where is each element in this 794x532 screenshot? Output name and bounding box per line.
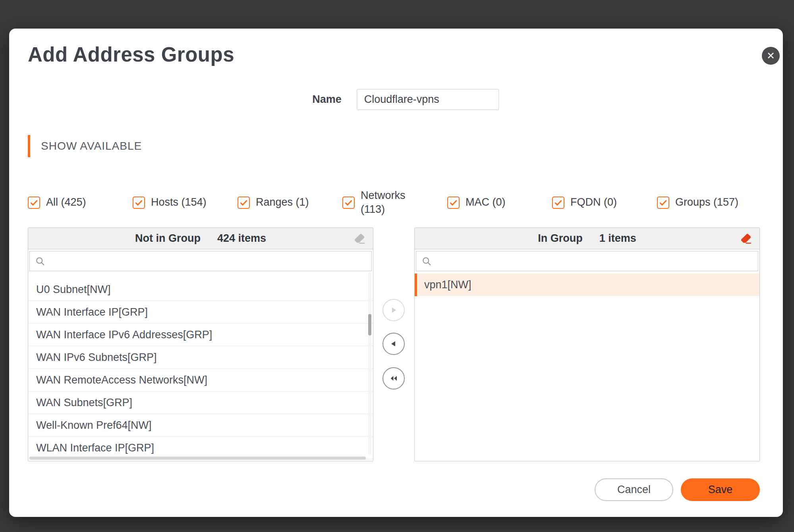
not-in-group-list: U0 Subnet[NW] WAN Interface IP[GRP] WAN … xyxy=(28,278,373,459)
panel-title: In Group xyxy=(538,232,582,245)
show-available-section: SHOW AVAILABLE xyxy=(28,135,142,157)
filter-label: Ranges (1) xyxy=(256,195,309,209)
list-item[interactable]: WAN Interface IPv6 Addresses[GRP] xyxy=(28,324,373,346)
right-arrow-icon xyxy=(389,305,398,315)
filter-networks[interactable]: Networks (113) xyxy=(342,188,447,217)
in-group-search-input[interactable] xyxy=(436,251,753,271)
checkbox-checked-icon xyxy=(238,197,250,209)
filter-label: Groups (157) xyxy=(675,195,738,209)
list-item[interactable]: WLAN Interface IP[GRP] xyxy=(28,437,373,459)
move-left-button[interactable] xyxy=(383,333,405,355)
filter-label: Networks (113) xyxy=(361,189,410,216)
list-item-selected[interactable]: vpn1[NW] xyxy=(415,274,759,296)
section-title: SHOW AVAILABLE xyxy=(41,140,142,152)
add-address-groups-dialog: Add Address Groups ✕ Name SHOW AVAILABLE… xyxy=(9,29,783,517)
checkbox-checked-icon xyxy=(657,197,669,209)
move-all-left-button[interactable] xyxy=(383,367,405,389)
list-item[interactable]: U0 Subnet[NW] xyxy=(28,278,373,301)
vertical-scrollbar-track xyxy=(368,272,371,455)
name-label: Name xyxy=(312,93,342,106)
dimmed-background-overlay: Add Address Groups ✕ Name SHOW AVAILABLE… xyxy=(0,0,794,532)
in-group-header: In Group 1 items xyxy=(415,228,759,249)
list-item[interactable]: Well-Known Pref64[NW] xyxy=(28,414,373,437)
not-in-group-search-input[interactable] xyxy=(50,251,367,271)
filter-groups[interactable]: Groups (157) xyxy=(657,188,738,217)
list-item[interactable]: WAN Subnets[GRP] xyxy=(28,391,373,414)
vertical-scrollbar-thumb[interactable] xyxy=(368,314,371,335)
panel-title: Not in Group xyxy=(135,232,201,245)
filter-fqdn[interactable]: FQDN (0) xyxy=(552,188,657,217)
cancel-button[interactable]: Cancel xyxy=(595,478,673,501)
in-group-panel: In Group 1 items vpn1[NW] xyxy=(414,227,760,461)
filter-label: MAC (0) xyxy=(466,195,506,209)
in-group-search xyxy=(416,251,758,271)
filter-mac[interactable]: MAC (0) xyxy=(447,188,552,217)
panel-item-count: 1 items xyxy=(599,232,636,245)
search-icon xyxy=(421,256,432,267)
save-button[interactable]: Save xyxy=(681,478,760,501)
filter-label: FQDN (0) xyxy=(570,195,617,209)
panel-item-count: 424 items xyxy=(217,232,266,245)
type-filter-row: All (425) Hosts (154) Ranges (1) Network… xyxy=(28,188,738,217)
checkbox-checked-icon xyxy=(342,197,355,209)
move-right-button[interactable] xyxy=(383,299,405,321)
filter-ranges[interactable]: Ranges (1) xyxy=(238,188,342,217)
not-in-group-panel: Not in Group 424 items U0 Subnet[NW] xyxy=(28,227,373,461)
clear-list-eraser-icon[interactable] xyxy=(739,231,753,246)
list-item[interactable]: WAN RemoteAccess Networks[NW] xyxy=(28,369,373,391)
filter-label: All (425) xyxy=(46,195,86,209)
dialog-title: Add Address Groups xyxy=(28,43,234,66)
horizontal-scrollbar-thumb[interactable] xyxy=(29,457,366,460)
filter-all[interactable]: All (425) xyxy=(28,188,133,217)
filter-hosts[interactable]: Hosts (154) xyxy=(133,188,238,217)
in-group-list: vpn1[NW] xyxy=(415,274,759,296)
name-input[interactable] xyxy=(357,89,499,110)
checkbox-checked-icon xyxy=(447,197,460,209)
search-icon xyxy=(35,256,46,267)
list-item[interactable]: WAN Interface IP[GRP] xyxy=(28,301,373,324)
checkbox-checked-icon xyxy=(133,197,145,209)
clear-list-eraser-icon xyxy=(352,231,367,246)
name-field-row: Name xyxy=(312,89,499,110)
checkbox-checked-icon xyxy=(28,197,40,209)
close-button[interactable]: ✕ xyxy=(762,47,780,65)
not-in-group-search xyxy=(29,251,372,271)
close-icon: ✕ xyxy=(767,51,775,61)
section-accent-bar xyxy=(28,135,30,157)
checkbox-checked-icon xyxy=(552,197,564,209)
filter-label: Hosts (154) xyxy=(151,195,207,209)
left-arrow-icon xyxy=(389,339,398,349)
double-left-arrow-icon xyxy=(388,374,399,383)
list-item[interactable]: WAN IPv6 Subnets[GRP] xyxy=(28,346,373,369)
not-in-group-header: Not in Group 424 items xyxy=(28,228,373,249)
